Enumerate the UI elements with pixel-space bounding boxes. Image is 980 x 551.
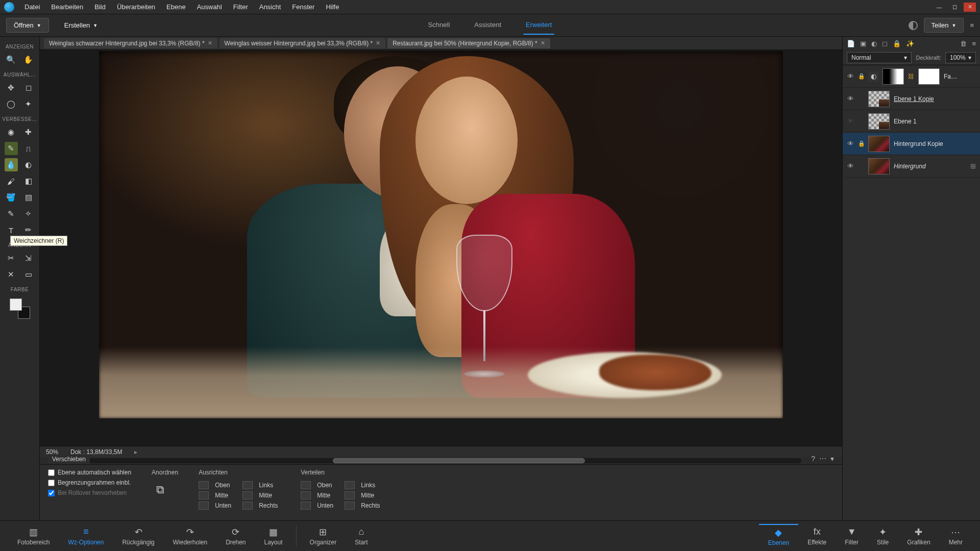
adjustment-layer-icon[interactable]: ◐ bbox=[871, 40, 877, 47]
menu-ansicht[interactable]: Ansicht bbox=[254, 1, 286, 13]
check-auto-select[interactable]: Ebene automatisch wählen bbox=[48, 469, 131, 476]
task-start[interactable]: ⌂Start bbox=[346, 524, 377, 548]
new-layer-icon[interactable]: 📄 bbox=[847, 40, 855, 47]
align-center-button[interactable] bbox=[242, 491, 253, 499]
clone-stamp-tool[interactable]: ⎍ bbox=[22, 142, 35, 155]
task-stile[interactable]: ✦Stile bbox=[868, 524, 898, 548]
collapse-icon[interactable]: ▾ bbox=[830, 455, 834, 463]
layer-mask-icon[interactable]: ◻ bbox=[882, 40, 888, 47]
layer-row[interactable]: 👁 🔒 Hintergrund Kopie bbox=[843, 133, 980, 155]
open-button[interactable]: Öffnen▼ bbox=[6, 18, 49, 33]
paint-bucket-tool[interactable]: 🪣 bbox=[5, 191, 18, 204]
task-wiederholen[interactable]: ↷Wiederholen bbox=[164, 524, 216, 548]
foreground-color-swatch[interactable] bbox=[10, 298, 22, 311]
lock-icon[interactable]: 🔒 bbox=[858, 140, 864, 147]
menu-ueberarbeiten[interactable]: Überarbeiten bbox=[112, 1, 160, 13]
gradient-tool[interactable]: ▤ bbox=[22, 191, 35, 204]
wand-tool[interactable]: ✦ bbox=[22, 97, 35, 111]
task-layout[interactable]: ▦Layout bbox=[255, 524, 292, 548]
document-tab-1[interactable]: Weinglas weisser Hintergrund.jpg bei 33,… bbox=[219, 38, 386, 48]
menu-bild[interactable]: Bild bbox=[89, 1, 111, 13]
canvas-area[interactable] bbox=[40, 50, 842, 446]
status-menu-icon[interactable]: ▸ bbox=[134, 448, 137, 456]
theme-toggle-icon[interactable] bbox=[909, 21, 918, 30]
menu-hilfe[interactable]: Hilfe bbox=[321, 1, 344, 13]
menu-auswahl[interactable]: Auswahl bbox=[192, 1, 227, 13]
lasso-tool[interactable]: ◯ bbox=[5, 97, 18, 111]
hand-tool[interactable]: ✋ bbox=[22, 53, 35, 66]
document-tab-2[interactable]: Restaurant.jpg bei 50% (Hintergrund Kopi… bbox=[387, 38, 550, 48]
dist-bottom-button[interactable] bbox=[301, 502, 311, 510]
layer-row[interactable]: 👁 Ebene 1 Kopie bbox=[843, 88, 980, 110]
task-wz-optionen[interactable]: ≡Wz-Optionen bbox=[59, 524, 113, 548]
check-rollover[interactable]: Bei Rollover hervorheben bbox=[48, 489, 131, 496]
layer-mask-thumb[interactable] bbox=[883, 68, 904, 85]
dist-left-button[interactable] bbox=[345, 481, 355, 489]
layer-row[interactable]: 👁 Ebene 1 bbox=[843, 110, 980, 133]
visibility-toggle-icon[interactable]: 👁 bbox=[847, 140, 854, 147]
scrollbar-thumb[interactable] bbox=[333, 458, 585, 463]
visibility-toggle-icon[interactable]: 👁 bbox=[847, 162, 854, 170]
marquee-tool[interactable]: ◻ bbox=[22, 81, 35, 94]
layer-row[interactable]: 👁 🔒 ◐ ⛓ Fa… bbox=[843, 65, 980, 88]
align-right-button[interactable] bbox=[242, 502, 253, 510]
link-icon[interactable]: ⛓ bbox=[908, 73, 914, 80]
task-drehen[interactable]: ⟳Drehen bbox=[216, 524, 255, 548]
eraser-tool[interactable]: ◧ bbox=[22, 174, 35, 188]
move-tool[interactable]: ✥ bbox=[5, 81, 18, 94]
menu-bearbeiten[interactable]: Bearbeiten bbox=[46, 1, 88, 13]
dist-right-button[interactable] bbox=[345, 502, 355, 510]
task-ebenen[interactable]: ◆Ebenen bbox=[759, 524, 798, 548]
share-button[interactable]: Teilen▼ bbox=[924, 18, 964, 33]
text-tool[interactable]: T bbox=[5, 223, 18, 237]
task-rueckgaengig[interactable]: ↶Rückgängig bbox=[113, 524, 163, 548]
shape-tool[interactable]: ✧ bbox=[22, 207, 35, 220]
zoom-tool[interactable]: 🔍 bbox=[5, 53, 18, 66]
recompose-tool[interactable]: ⇲ bbox=[22, 252, 35, 265]
layer-fx-icon[interactable]: ✨ bbox=[906, 40, 914, 47]
layer-name[interactable]: Ebene 1 bbox=[894, 118, 976, 125]
menu-fenster[interactable]: Fenster bbox=[287, 1, 320, 13]
horizontal-scrollbar[interactable] bbox=[40, 457, 842, 464]
task-effekte[interactable]: fxEffekte bbox=[798, 524, 836, 548]
window-close[interactable]: ✕ bbox=[964, 3, 976, 12]
menu-filter[interactable]: Filter bbox=[228, 1, 253, 13]
lock-layer-icon[interactable]: 🔒 bbox=[893, 40, 901, 47]
task-organizer[interactable]: ⊞Organizer bbox=[301, 524, 346, 548]
document-tab-0[interactable]: Weinglas schwarzer Hintergrund.jpg bei 3… bbox=[44, 38, 217, 48]
create-button[interactable]: Erstellen▼ bbox=[57, 18, 105, 32]
mode-erweitert[interactable]: Erweitert bbox=[524, 16, 554, 35]
crop-tool[interactable]: ✂ bbox=[5, 252, 18, 265]
eyedropper-tool[interactable]: ✎ bbox=[5, 207, 18, 220]
panel-menu-icon[interactable]: ≡ bbox=[970, 21, 974, 29]
delete-layer-icon[interactable]: 🗑 bbox=[960, 40, 967, 47]
layer-thumb[interactable] bbox=[868, 113, 890, 130]
window-maximize[interactable]: ◻ bbox=[948, 3, 961, 12]
dist-center-button[interactable] bbox=[345, 491, 355, 499]
mode-schnell[interactable]: Schnell bbox=[426, 16, 452, 35]
check-bounding-box[interactable]: Begrenzungsrahmen einbl. bbox=[48, 479, 131, 486]
task-fotobereich[interactable]: ▥Fotobereich bbox=[8, 524, 59, 548]
brush-tool[interactable]: 🖌 bbox=[5, 174, 18, 188]
close-tab-icon[interactable]: ✕ bbox=[541, 40, 545, 46]
lock-icon[interactable]: 🔒 bbox=[858, 73, 864, 80]
align-top-button[interactable] bbox=[199, 481, 209, 489]
opacity-input[interactable]: 100%▾ bbox=[945, 52, 976, 63]
task-mehr[interactable]: ⋯Mehr bbox=[940, 524, 972, 548]
align-bottom-button[interactable] bbox=[199, 502, 209, 510]
menu-ebene[interactable]: Ebene bbox=[161, 1, 191, 13]
task-filter[interactable]: ▼Filter bbox=[836, 524, 868, 548]
visibility-toggle-icon[interactable]: 👁 bbox=[847, 95, 854, 103]
layer-name[interactable]: Fa… bbox=[944, 73, 976, 80]
blur-tool[interactable]: 💧 bbox=[5, 158, 18, 171]
menu-datei[interactable]: Datei bbox=[19, 1, 45, 13]
help-icon[interactable]: ? bbox=[811, 455, 815, 463]
layer-mask-thumb[interactable] bbox=[918, 68, 940, 85]
layer-thumb[interactable] bbox=[868, 91, 890, 107]
close-tab-icon[interactable]: ✕ bbox=[376, 40, 380, 46]
layer-name[interactable]: Hintergrund bbox=[894, 163, 966, 170]
smart-brush-tool[interactable]: ✎ bbox=[5, 142, 18, 155]
dist-top-button[interactable] bbox=[301, 481, 311, 489]
visibility-toggle-icon[interactable]: 👁 bbox=[847, 117, 854, 125]
layer-thumb[interactable] bbox=[868, 158, 890, 174]
